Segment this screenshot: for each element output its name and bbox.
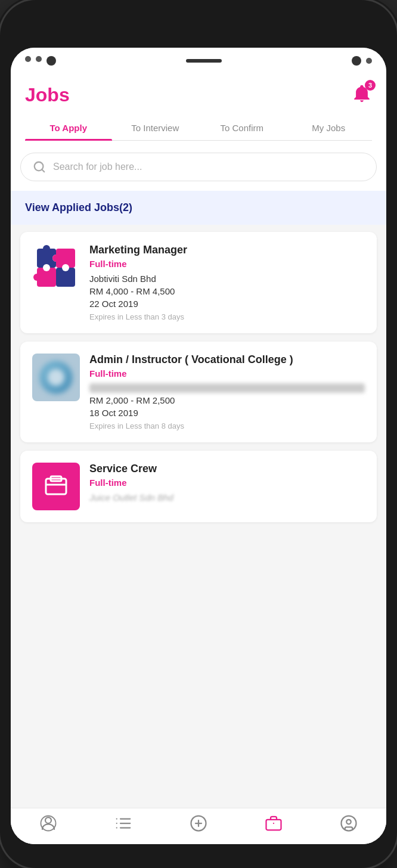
nav-profile[interactable] [39, 814, 57, 832]
job-company-3: Juice Outlet Sdn Bhd [89, 492, 365, 503]
dot-2 [36, 56, 42, 62]
bottom-nav [11, 808, 386, 844]
job-info-1: Marketing Manager Full-time Jobtiviti Sd… [89, 244, 365, 321]
job-type-2: Full-time [89, 368, 365, 379]
svg-point-15 [45, 817, 51, 823]
svg-rect-26 [266, 820, 281, 830]
job-title-2: Admin / Instructor ( Vocational College … [89, 354, 365, 366]
job-card-2[interactable]: Admin / Instructor ( Vocational College … [20, 342, 377, 442]
job-info-3: Service Crew Full-time Juice Outlet Sdn … [89, 463, 365, 505]
svg-point-8 [43, 264, 50, 271]
svg-point-9 [33, 274, 41, 281]
svg-point-6 [52, 255, 60, 262]
job-company-2-blurred: Bright Star Private Education [89, 383, 365, 393]
tab-my-jobs[interactable]: My Jobs [286, 116, 373, 140]
job-date-2: 18 Oct 2019 [89, 408, 365, 418]
tab-to-apply[interactable]: To Apply [25, 116, 112, 140]
nav-list[interactable] [114, 814, 132, 832]
page-title: Jobs [25, 84, 70, 106]
job-title-3: Service Crew [89, 463, 365, 475]
user-circle-icon [340, 814, 358, 832]
jobtiviti-logo [32, 244, 80, 292]
job-expires-2: Expires in Less than 8 days [89, 421, 365, 430]
job-card-1[interactable]: Marketing Manager Full-time Jobtiviti Sd… [20, 232, 377, 333]
plus-icon [190, 814, 207, 832]
tab-to-confirm[interactable]: To Confirm [199, 116, 286, 140]
notification-button[interactable]: 3 [352, 83, 372, 106]
tab-to-interview[interactable]: To Interview [112, 116, 199, 140]
job-company-1: Jobtiviti Sdn Bhd [89, 274, 365, 284]
jobs-list: Marketing Manager Full-time Jobtiviti Sd… [11, 225, 386, 808]
front-camera [352, 56, 361, 66]
search-section: Search for job here... [11, 141, 386, 191]
job-salary-1: RM 4,000 - RM 4,500 [89, 286, 365, 296]
company-logo-1 [32, 244, 80, 292]
blurred-logo [35, 356, 77, 398]
service-logo-icon [42, 473, 70, 500]
svg-point-3 [43, 245, 50, 252]
notification-badge: 3 [365, 80, 376, 91]
dot-1 [25, 56, 31, 62]
job-type-1: Full-time [89, 259, 365, 269]
app-header: Jobs 3 To Apply To Interview [11, 74, 386, 141]
status-bar [11, 48, 386, 74]
tabs-container: To Apply To Interview To Confirm My Jobs [25, 116, 372, 141]
speaker-dot [366, 58, 372, 64]
svg-line-1 [42, 169, 44, 172]
nav-jobs[interactable] [265, 814, 283, 832]
list-icon [114, 814, 132, 832]
notch-line [186, 59, 222, 63]
person-icon [39, 814, 57, 832]
company-logo-3 [32, 463, 80, 510]
job-salary-2: RM 2,000 - RM 2,500 [89, 395, 365, 405]
company-logo-2 [32, 354, 80, 401]
job-title-1: Marketing Manager [89, 244, 365, 256]
job-info-2: Admin / Instructor ( Vocational College … [89, 354, 365, 430]
applied-banner-text: View Applied Jobs(2) [25, 202, 132, 213]
svg-point-28 [342, 816, 356, 831]
job-date-1: 22 Oct 2019 [89, 299, 365, 309]
nav-account[interactable] [340, 814, 358, 832]
camera-dot [46, 56, 56, 66]
svg-point-29 [346, 820, 351, 824]
job-card-3[interactable]: Service Crew Full-time Juice Outlet Sdn … [20, 451, 377, 522]
job-type-3: Full-time [89, 478, 365, 488]
search-bar[interactable]: Search for job here... [20, 153, 377, 181]
search-icon [33, 160, 46, 173]
applied-banner[interactable]: View Applied Jobs(2) [11, 191, 386, 225]
app-content: Jobs 3 To Apply To Interview [11, 74, 386, 844]
nav-add[interactable] [190, 814, 207, 832]
search-placeholder: Search for job here... [53, 162, 142, 172]
svg-point-11 [62, 264, 69, 271]
briefcase-icon [265, 814, 283, 832]
job-expires-1: Expires in Less than 3 days [89, 312, 365, 321]
